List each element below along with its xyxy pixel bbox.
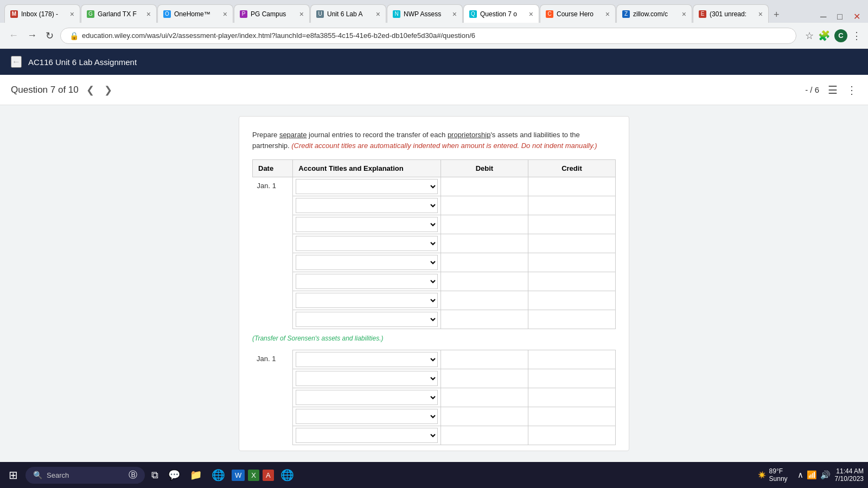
tab-nwp-close[interactable]: × [452,10,457,18]
tab-coursehero-close[interactable]: × [605,10,610,18]
account-select-1[interactable] [296,179,438,194]
list-view-button[interactable]: ☰ [828,84,838,97]
taskbar-chat-icon[interactable]: 💬 [165,467,183,483]
prev-question-button[interactable]: ❮ [84,83,97,97]
taskbar-clock[interactable]: 11:44 AM 7/10/2023 [835,467,864,483]
next-question-button[interactable]: ❯ [102,83,114,97]
system-tray[interactable]: ∧ 📶 🔊 [797,470,831,480]
tab-add-button[interactable]: + [769,7,784,23]
col-account-header: Account Titles and Explanation [293,160,441,177]
tab-pgcampus[interactable]: P PG Campus × [234,4,310,23]
tab-gmail-close[interactable]: × [70,10,74,18]
forward-button[interactable]: → [25,28,39,43]
debit-input-4[interactable] [444,236,525,251]
account-cell-7 [293,291,441,310]
tray-chevron[interactable]: ∧ [797,470,803,480]
tab-unit6[interactable]: U Unit 6 Lab A × [310,4,386,23]
table-row [253,253,616,272]
table-row [253,291,616,310]
credit-input-1[interactable] [531,179,612,194]
credit-input-s2-4[interactable] [531,409,612,424]
start-button[interactable]: ⊞ [4,466,22,484]
debit-input-5[interactable] [444,255,525,270]
account-select-7[interactable] [296,293,438,308]
credit-input-8[interactable] [531,312,612,327]
tab-question7-close[interactable]: × [529,10,533,18]
tab-question7[interactable]: Q Question 7 o × [463,4,539,23]
debit-input-6[interactable] [444,274,525,289]
taskbar-word-icon[interactable]: W [232,470,245,481]
credit-input-4[interactable] [531,236,612,251]
close-button[interactable]: ✕ [850,10,864,23]
tab-zillow[interactable]: Z zillow.com/c × [616,4,692,23]
minimize-button[interactable]: ─ [817,11,829,23]
credit-input-2[interactable] [531,198,612,213]
tab-garland[interactable]: G Garland TX F × [81,4,157,23]
credit-input-s2-3[interactable] [531,390,612,405]
taskbar-chrome-icon[interactable]: 🌐 [208,466,228,484]
tab-email-close[interactable]: × [758,10,763,18]
tray-network-icon[interactable]: 📶 [807,470,817,480]
tab-gmail[interactable]: M Inbox (178) - × [4,4,80,23]
back-button[interactable]: ← [7,28,21,43]
maximize-button[interactable]: □ [834,11,846,23]
app-back-button[interactable]: ← [11,56,22,68]
account-select-3[interactable] [296,217,438,232]
account-select-4[interactable] [296,236,438,251]
profile-icon[interactable]: C [834,29,847,42]
credit-input-6[interactable] [531,274,612,289]
account-select-s2-5[interactable] [296,428,438,443]
tab-email[interactable]: E (301 unread: × [693,4,769,23]
extensions-icon[interactable]: 🧩 [818,30,830,42]
address-bar[interactable]: 🔒 education.wiley.com/was/ui/v2/assessme… [60,28,796,44]
debit-input-s2-1[interactable] [444,352,525,367]
credit-input-7[interactable] [531,293,612,308]
debit-input-2[interactable] [444,198,525,213]
debit-input-s2-3[interactable] [444,390,525,405]
debit-input-s2-2[interactable] [444,371,525,386]
account-cell-3 [293,215,441,234]
menu-icon[interactable]: ⋮ [852,30,861,42]
tab-onehome-close[interactable]: × [223,10,227,18]
credit-input-s2-1[interactable] [531,352,612,367]
more-options-button[interactable]: ⋮ [846,84,857,97]
tab-zillow-close[interactable]: × [682,10,686,18]
taskbar-explorer-icon[interactable]: 📁 [187,467,205,483]
tray-volume-icon[interactable]: 🔊 [820,470,831,480]
tab-nwp[interactable]: N NWP Assess × [387,4,463,23]
taskbar-task-view[interactable]: ⧉ [148,467,162,483]
account-select-s2-3[interactable] [296,390,438,405]
debit-cell-5 [441,253,528,272]
account-select-5[interactable] [296,255,438,270]
tab-pgcampus-close[interactable]: × [299,10,304,18]
account-select-s2-4[interactable] [296,409,438,424]
credit-cell-8 [528,310,615,329]
account-select-s2-2[interactable] [296,371,438,386]
debit-input-7[interactable] [444,293,525,308]
taskbar-search-box[interactable]: 🔍 Search Ⓑ [25,467,145,484]
debit-input-1[interactable] [444,179,525,194]
url-text: education.wiley.com/was/ui/v2/assessment… [82,31,787,40]
debit-input-3[interactable] [444,217,525,232]
credit-input-5[interactable] [531,255,612,270]
table-row [253,196,616,215]
taskbar-edge-icon[interactable]: 🌐 [277,466,297,484]
debit-input-s2-4[interactable] [444,409,525,424]
refresh-button[interactable]: ↻ [43,28,56,44]
bookmark-icon[interactable]: ☆ [805,30,814,42]
taskbar-access-icon[interactable]: A [263,470,274,481]
tab-onehome[interactable]: O OneHome™ × [157,4,233,23]
tab-garland-close[interactable]: × [146,10,151,18]
credit-input-3[interactable] [531,217,612,232]
debit-input-8[interactable] [444,312,525,327]
debit-input-s2-5[interactable] [444,428,525,443]
tab-coursehero[interactable]: C Course Hero × [540,4,616,23]
account-select-s2-1[interactable] [296,352,438,367]
tab-unit6-close[interactable]: × [376,10,380,18]
account-select-2[interactable] [296,198,438,213]
credit-input-s2-2[interactable] [531,371,612,386]
taskbar-excel-icon[interactable]: X [248,470,259,481]
account-select-8[interactable] [296,312,438,327]
account-select-6[interactable] [296,274,438,289]
credit-input-s2-5[interactable] [531,428,612,443]
